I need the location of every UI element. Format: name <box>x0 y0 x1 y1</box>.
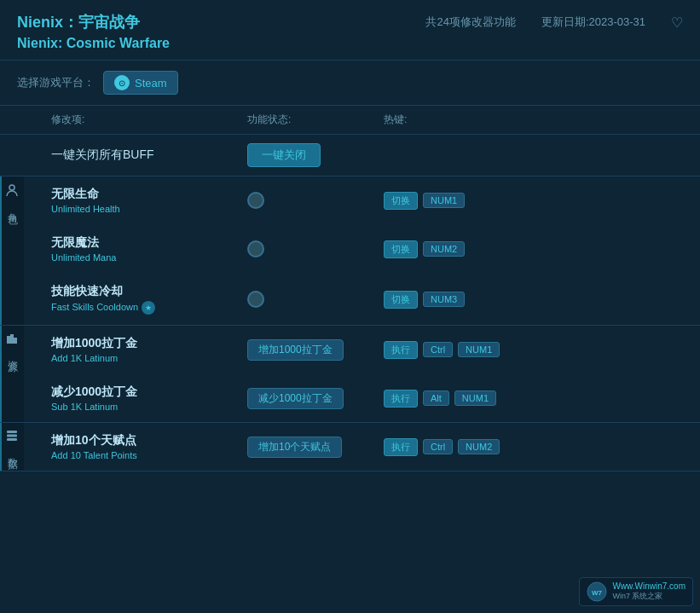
mod-hotkey: 切换NUM2 <box>384 240 683 258</box>
col-header-name: 修改项: <box>51 113 247 127</box>
mod-row: 技能快速冷却Fast Skills Cooldown★切换NUM3 <box>24 274 700 325</box>
watermark-text: Www.Winwin7.com Win7 系统之家 <box>612 581 686 602</box>
svg-rect-6 <box>7 438 17 441</box>
svg-point-0 <box>9 185 14 190</box>
section-label-data: 数据 <box>5 449 20 453</box>
mod-name-cn: 减少1000拉丁金 <box>51 385 247 400</box>
mod-name-en: Unlimited Mana <box>51 252 247 263</box>
svg-rect-4 <box>7 431 17 433</box>
mod-info: 增加10个天赋点Add 10 Talent Points <box>51 433 247 460</box>
mod-hotkey: 执行CtrlNUM1 <box>384 341 683 359</box>
platform-label: 选择游戏平台： <box>17 75 95 90</box>
section-sidebar-resources: 资源 <box>0 326 24 422</box>
section-line <box>0 326 2 422</box>
svg-rect-1 <box>7 336 10 344</box>
watermark: W7 Www.Winwin7.com Win7 系统之家 <box>579 577 693 606</box>
data-icon <box>6 430 18 444</box>
hotkey-type-badge: 切换 <box>384 192 418 210</box>
total-mods: 共24项修改器功能 <box>425 14 515 30</box>
hotkey-type-badge: 执行 <box>384 341 418 359</box>
watermark-sitename: Win7 系统之家 <box>612 591 686 602</box>
mod-name-cn: 无限生命 <box>51 187 247 202</box>
header: Nienix：宇宙战争 共24项修改器功能 更新日期:2023-03-31 ♡ … <box>0 0 700 61</box>
mod-action-button[interactable]: 增加10个天赋点 <box>247 437 342 458</box>
platform-row: 选择游戏平台： ⊙ Steam <box>0 61 700 106</box>
toggle-switch[interactable] <box>247 192 264 209</box>
update-date: 更新日期:2023-03-31 <box>541 14 645 30</box>
steam-label: Steam <box>135 77 167 90</box>
sections-container: 角色无限生命Unlimited Health切换NUM1无限魔法Unlimite… <box>0 176 700 471</box>
svg-rect-3 <box>14 338 17 344</box>
character-icon <box>6 183 18 200</box>
mod-name-cn: 无限魔法 <box>51 235 247 251</box>
heart-icon[interactable]: ♡ <box>671 14 683 31</box>
mod-name-cn: 技能快速冷却 <box>51 284 247 299</box>
onekey-name: 一键关闭所有BUFF <box>51 147 247 163</box>
toggle-switch[interactable] <box>247 291 264 308</box>
col-header-status: 功能状态: <box>247 113 384 127</box>
section-resources: 资源增加1000拉丁金Add 1K Latinum增加1000拉丁金执行Ctrl… <box>0 326 700 423</box>
mod-info: 增加1000拉丁金Add 1K Latinum <box>51 336 247 363</box>
mod-status: 增加1000拉丁金 <box>247 339 384 361</box>
mod-info: 无限魔法Unlimited Mana <box>51 235 247 263</box>
hotkey-key2-badge: NUM2 <box>458 439 500 454</box>
mod-row: 无限生命Unlimited Health切换NUM1 <box>24 176 700 225</box>
game-title-en: Nienix: Cosmic Warfare <box>17 36 683 51</box>
mod-name-en: Fast Skills Cooldown★ <box>51 301 247 315</box>
section-data: 数据增加10个天赋点Add 10 Talent Points增加10个天赋点执行… <box>0 423 700 471</box>
section-content-resources: 增加1000拉丁金Add 1K Latinum增加1000拉丁金执行CtrlNU… <box>24 326 700 422</box>
mod-row: 增加10个天赋点Add 10 Talent Points增加10个天赋点执行Ct… <box>24 423 700 471</box>
mod-status <box>247 240 384 257</box>
hotkey-key2-badge: NUM1 <box>458 342 500 357</box>
hotkey-type-badge: 切换 <box>384 240 418 258</box>
hotkey-key2-badge: NUM1 <box>454 390 496 406</box>
mod-row: 减少1000拉丁金Sub 1K Latinum减少1000拉丁金执行AltNUM… <box>24 374 700 422</box>
hotkey-modifier-badge: Alt <box>423 390 449 406</box>
section-content-data: 增加10个天赋点Add 10 Talent Points增加10个天赋点执行Ct… <box>24 423 700 471</box>
col-header-hotkey: 热键: <box>384 113 683 127</box>
onekey-button[interactable]: 一键关闭 <box>247 143 321 167</box>
hotkey-type-badge: 执行 <box>384 438 418 456</box>
hotkey-type-badge: 切换 <box>384 291 418 309</box>
main-container: Nienix：宇宙战争 共24项修改器功能 更新日期:2023-03-31 ♡ … <box>0 0 700 613</box>
mod-action-button[interactable]: 减少1000拉丁金 <box>247 388 344 409</box>
mod-row: 增加1000拉丁金Add 1K Latinum增加1000拉丁金执行CtrlNU… <box>24 326 700 374</box>
mod-name-cn: 增加10个天赋点 <box>51 433 247 448</box>
mod-action-button[interactable]: 增加1000拉丁金 <box>247 339 344 361</box>
section-line <box>0 423 2 471</box>
hotkey-key-badge: NUM1 <box>423 193 465 208</box>
section-content-character: 无限生命Unlimited Health切换NUM1无限魔法Unlimited … <box>24 176 700 325</box>
mod-hotkey: 执行CtrlNUM2 <box>384 438 683 456</box>
svg-rect-2 <box>10 334 14 344</box>
svg-rect-5 <box>7 435 17 437</box>
svg-text:W7: W7 <box>592 589 603 597</box>
hotkey-key-badge: NUM3 <box>423 292 465 307</box>
game-title-cn: Nienix：宇宙战争 <box>17 12 140 32</box>
mod-hotkey: 切换NUM1 <box>384 192 683 210</box>
column-headers: 修改项: 功能状态: 热键: <box>0 106 700 135</box>
mod-hotkey: 执行AltNUM1 <box>384 390 683 408</box>
mod-info: 减少1000拉丁金Sub 1K Latinum <box>51 385 247 412</box>
resources-icon <box>6 333 18 347</box>
mod-hotkey: 切换NUM3 <box>384 291 683 309</box>
mod-status: 增加10个天赋点 <box>247 437 384 458</box>
mod-name-en: Unlimited Health <box>51 204 247 214</box>
mod-name-en: Add 10 Talent Points <box>51 450 247 460</box>
mod-info: 无限生命Unlimited Health <box>51 187 247 214</box>
hotkey-type-badge: 执行 <box>384 390 418 408</box>
mod-name-cn: 增加1000拉丁金 <box>51 336 247 351</box>
toggle-switch[interactable] <box>247 240 264 257</box>
section-line <box>0 176 2 325</box>
section-sidebar-data: 数据 <box>0 423 24 471</box>
header-meta: 共24项修改器功能 更新日期:2023-03-31 ♡ <box>425 14 683 31</box>
mod-status: 减少1000拉丁金 <box>247 388 384 409</box>
hotkey-modifier-badge: Ctrl <box>423 342 453 357</box>
mod-status <box>247 192 384 209</box>
onekey-status: 一键关闭 <box>247 143 384 167</box>
section-character: 角色无限生命Unlimited Health切换NUM1无限魔法Unlimite… <box>0 176 700 326</box>
watermark-url: Www.Winwin7.com <box>612 581 686 591</box>
section-label-resources: 资源 <box>5 352 20 356</box>
steam-button[interactable]: ⊙ Steam <box>103 71 178 95</box>
mod-name-en: Add 1K Latinum <box>51 353 247 363</box>
win7-logo: W7 <box>587 581 607 602</box>
